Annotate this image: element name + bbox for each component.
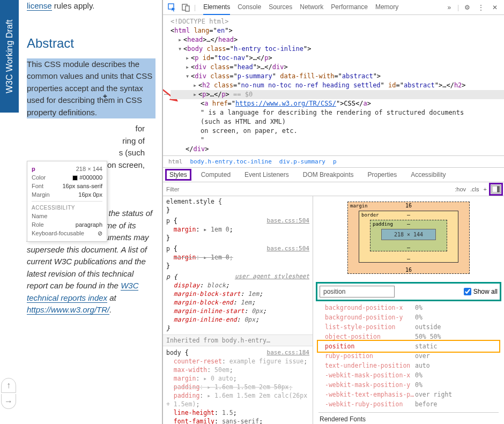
- devtools-tab-network[interactable]: Network: [300, 0, 323, 15]
- cls-toggle[interactable]: .cls: [468, 186, 481, 192]
- svg-rect-4: [497, 186, 500, 192]
- devtools-tab-elements[interactable]: Elements: [203, 0, 230, 15]
- devtools-tab-memory[interactable]: Memory: [375, 0, 398, 15]
- inherited-from-label: Inherited from body.h-entry…: [163, 334, 313, 346]
- tooltip-acc-row: Keyboard-focusable⊘: [32, 230, 102, 237]
- computed-property-row[interactable]: -webkit-mask-position-y0%: [318, 380, 499, 390]
- breadcrumb-item[interactable]: div.p-summary: [279, 158, 325, 165]
- styles-subtabs: StylesComputedEvent ListenersDOM Breakpo…: [163, 167, 504, 182]
- w3c-banner: W3C Working Draft: [0, 0, 19, 113]
- subtab-computed[interactable]: Computed: [199, 171, 233, 178]
- style-rule[interactable]: base.css:504p { margin: ▸ 1em 0;}: [166, 244, 309, 270]
- box-model-content: 218 × 144: [381, 229, 436, 240]
- subtab-styles[interactable]: Styles: [167, 171, 189, 178]
- more-tabs-icon[interactable]: »: [443, 2, 455, 13]
- license-link[interactable]: license: [27, 1, 52, 11]
- dom-text-node[interactable]: ": [171, 136, 504, 145]
- computed-pane[interactable]: margin 16 border ‒ padding ‒ 218 × 144 ‒…: [313, 196, 504, 424]
- license-suffix: rules apply.: [52, 1, 95, 10]
- computed-property-row[interactable]: background-position-y0%: [318, 313, 499, 322]
- tooltip-acc-row: Name: [32, 213, 102, 219]
- styles-filter-bar: :hov .cls +: [163, 182, 504, 196]
- dom-line[interactable]: ▸<p id="toc-nav">…</p>: [171, 54, 504, 63]
- new-rule-button[interactable]: +: [481, 186, 489, 192]
- breadcrumb-item[interactable]: body.h-entry.toc-inline: [190, 158, 272, 165]
- w3c-tr-url-link[interactable]: https://www.w3.org/TR/: [27, 305, 109, 315]
- nav-arrows: ↑ →: [1, 378, 18, 410]
- text-fragment: s (such: [27, 147, 145, 159]
- element-inspect-tooltip: p 218 × 144 Color#000000Font16px sans-se…: [27, 161, 107, 242]
- styles-filter-input[interactable]: [166, 186, 225, 192]
- devtools-panel: | ElementsConsoleSourcesNetworkPerforman…: [162, 0, 504, 424]
- computed-property-row[interactable]: text-underline-positionauto: [318, 361, 499, 370]
- computed-filter-input[interactable]: [320, 286, 395, 297]
- computed-property-row[interactable]: -webkit-ruby-positionbefore: [318, 399, 499, 409]
- show-all-checkbox[interactable]: [464, 288, 471, 295]
- devtools-tab-console[interactable]: Console: [238, 0, 261, 15]
- dom-text-node[interactable]: (such as HTML and XML): [171, 117, 504, 127]
- computed-sidebar-toggle[interactable]: [491, 185, 501, 194]
- computed-property-row[interactable]: object-position50% 50%: [318, 332, 499, 341]
- close-icon[interactable]: ✕: [489, 2, 501, 13]
- tooltip-accessibility-label: ACCESSIBILITY: [32, 205, 102, 211]
- computed-property-row[interactable]: -webkit-mask-position-x0%: [318, 370, 499, 380]
- tooltip-row: Color#000000: [32, 174, 102, 181]
- dom-breadcrumb[interactable]: htmlbody.h-entry.toc-inlinediv.p-summary…: [163, 155, 504, 167]
- subtab-event-listeners[interactable]: Event Listeners: [242, 171, 291, 178]
- dom-line[interactable]: <!DOCTYPE html>: [171, 17, 504, 26]
- device-toggle-icon[interactable]: [180, 2, 192, 13]
- rendered-fonts-section[interactable]: Rendered Fonts: [318, 412, 499, 423]
- box-model-diagram[interactable]: margin 16 border ‒ padding ‒ 218 × 144 ‒…: [347, 202, 470, 274]
- style-rule[interactable]: user agent stylesheetp { display: block;…: [166, 272, 309, 332]
- show-all-toggle[interactable]: Show all: [464, 288, 498, 295]
- style-rule[interactable]: element.style {}: [166, 197, 309, 214]
- dom-line-selected[interactable]: ▸<p>…</p> == $0: [171, 90, 504, 99]
- document-content: license rules apply. Abstract This CSS m…: [27, 0, 155, 316]
- devtools-tab-sources[interactable]: Sources: [269, 0, 292, 15]
- nav-up-icon[interactable]: ↑: [1, 378, 16, 393]
- abstract-heading: Abstract: [27, 34, 155, 53]
- dom-line[interactable]: ▸<div class="head">…</div>: [171, 63, 504, 72]
- computed-properties-list[interactable]: background-position-x0%background-positi…: [318, 303, 499, 409]
- computed-property-row[interactable]: ruby-positionover: [318, 351, 499, 361]
- devtools-tab-performance[interactable]: Performance: [331, 0, 368, 15]
- dom-line[interactable]: ▾<div class="p-summary" data-fill-with="…: [171, 72, 504, 81]
- computed-property-row[interactable]: positionstatic: [318, 341, 499, 351]
- text-fragment: for: [27, 123, 145, 135]
- subtab-dom-breakpoints[interactable]: DOM Breakpoints: [301, 171, 356, 178]
- tooltip-tag: p: [32, 166, 35, 172]
- dom-tree-panel[interactable]: <!DOCTYPE html> <html lang="en"> ▸<head>…: [163, 15, 504, 155]
- dom-text-node[interactable]: " is a language for describing the rende…: [171, 108, 504, 117]
- tooltip-dimensions: 218 × 144: [76, 166, 102, 172]
- dom-line[interactable]: <html lang="en">: [171, 26, 504, 35]
- tooltip-row: Font16px sans-serif: [32, 183, 102, 189]
- dom-line[interactable]: ▸<head>…</head>: [171, 35, 504, 44]
- menu-icon[interactable]: ⋮: [475, 2, 487, 13]
- subtab-properties[interactable]: Properties: [365, 171, 399, 178]
- dom-text-node[interactable]: on screen, on paper, etc.: [171, 127, 504, 136]
- nav-right-icon[interactable]: →: [1, 394, 16, 409]
- subtab-accessibility[interactable]: Accessibility: [409, 171, 448, 178]
- styles-pane[interactable]: element.style {} base.css:504p { margin:…: [163, 196, 313, 424]
- abstract-paragraph[interactable]: This CSS module describes the common val…: [27, 58, 155, 119]
- dom-line[interactable]: <a href="https://www.w3.org/TR/CSS/">CSS…: [171, 99, 504, 108]
- tooltip-row: Margin16px 0px: [32, 191, 102, 198]
- computed-property-row[interactable]: background-position-x0%: [318, 303, 499, 313]
- dom-line[interactable]: ▸<h2 class="no-num no-toc no-ref heading…: [171, 81, 504, 90]
- tooltip-acc-row: Roleparagraph: [32, 221, 102, 228]
- text-fragment: ring of: [27, 135, 145, 147]
- breadcrumb-item[interactable]: html: [168, 158, 183, 165]
- style-rule[interactable]: base.css:184body { counter-reset: exampl…: [166, 348, 309, 424]
- breadcrumb-item[interactable]: p: [333, 158, 337, 165]
- computed-property-row[interactable]: list-style-positionoutside: [318, 322, 499, 332]
- inspect-icon[interactable]: [166, 2, 178, 13]
- hov-toggle[interactable]: :hov: [453, 186, 468, 192]
- svg-rect-2: [186, 6, 189, 11]
- devtools-tabs: ElementsConsoleSourcesNetworkPerformance…: [203, 0, 441, 15]
- computed-property-row[interactable]: -webkit-text-emphasis-p…over right: [318, 390, 499, 399]
- dom-line[interactable]: </div>: [171, 145, 504, 154]
- computed-filter-row: Show all: [318, 285, 499, 299]
- settings-icon[interactable]: ⚙: [461, 2, 473, 13]
- style-rule[interactable]: base.css:504p { margin: ▸ 1em 0;}: [166, 217, 309, 242]
- dom-line[interactable]: ▾<body class="h-entry toc-inline">: [171, 44, 504, 54]
